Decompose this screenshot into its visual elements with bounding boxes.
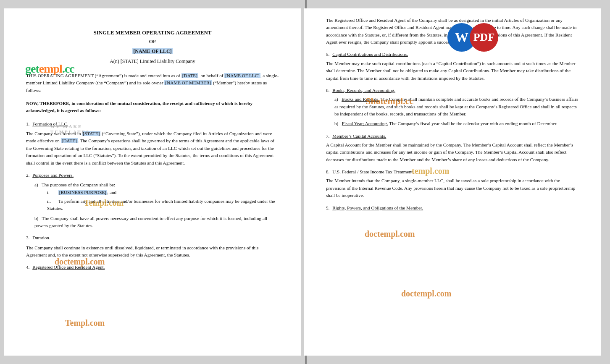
- section-1: 1. Formation of LLC. The Company was for…: [26, 120, 279, 167]
- section-2: 2. Purposes and Powers. a) The purposes …: [26, 172, 279, 230]
- date-highlight: [DATE]: [181, 73, 198, 78]
- section-6a: a) Books and Records. The Company shall …: [334, 96, 579, 118]
- section-8-heading: 8. U.S. Federal / State Income Tax Treat…: [326, 168, 579, 175]
- doc-title: SINGLE MEMBER OPERATING AGREEMENT: [26, 29, 279, 37]
- left-page: SINGLE MEMBER OPERATING AGREEMENT OF [NA…: [4, 8, 301, 356]
- section-1-title: Formation of LLC.: [32, 121, 68, 126]
- section-6-num: 6.: [326, 88, 329, 93]
- section-9-title: Rights, Powers, and Obligations of the M…: [332, 205, 423, 210]
- llc-name2-highlight: [NAME OF LLC]: [224, 73, 260, 78]
- doc-state-line: A(n) [STATE] Limited Liability Company: [26, 58, 279, 65]
- section-8-body: The Member intends that the Company, a s…: [326, 177, 579, 199]
- purpose-i: i. [BUSINESS PURPOSE]; and: [47, 189, 279, 196]
- section-6: 6. Books, Records, and Accounting. a) Bo…: [326, 87, 579, 128]
- state-highlight1: [STATE]: [82, 131, 100, 136]
- section-2-heading: 2. Purposes and Powers.: [26, 172, 279, 179]
- therefore-text: NOW, THEREFORE, in consideration of the …: [26, 100, 279, 115]
- section-5-heading: 5. Capital Contributions and Distributio…: [326, 51, 579, 58]
- section-3: 3. Duration. The Company shall continue …: [26, 234, 279, 259]
- section-6b: b) Fiscal Year; Accounting. The Company’…: [334, 120, 579, 127]
- section-7-title: Member’s Capital Accounts.: [332, 134, 386, 139]
- section-9-num: 9.: [326, 205, 329, 210]
- section-5-body: The Member may make such capital contrib…: [326, 60, 579, 82]
- purposes-list: i. [BUSINESS PURPOSE]; and ii. To perfor…: [47, 189, 279, 212]
- section-8-num: 8.: [326, 169, 329, 174]
- doc-llc-name: [NAME OF LLC]: [26, 47, 279, 55]
- right-page: The Registered Office and Resident Agent…: [304, 8, 601, 356]
- section-4-heading: 4. Registered Office and Resident Agent.: [26, 264, 279, 271]
- intro-text: THIS OPERATING AGREEMENT (“Agreement”) i…: [26, 72, 279, 94]
- business-purpose-highlight: [BUSINESS PURPOSE]: [58, 190, 107, 195]
- section-3-num: 3.: [26, 235, 29, 240]
- section-2-num: 2.: [26, 173, 29, 178]
- section-3-title: Duration.: [32, 235, 50, 240]
- pages-container: SINGLE MEMBER OPERATING AGREEMENT OF [NA…: [0, 0, 610, 364]
- section-2a: a) The purposes of the Company shall be:…: [34, 181, 279, 212]
- pdf-badge: PDF: [470, 23, 498, 52]
- section-4: 4. Registered Office and Resident Agent.: [26, 264, 279, 271]
- member-name-highlight: [NAME OF MEMBER]: [164, 80, 212, 85]
- section-6b-label: Fiscal Year; Accounting.: [342, 121, 388, 126]
- llc-name-highlight: [NAME OF LLC]: [132, 48, 173, 54]
- section-3-body: The Company shall continue in existence …: [26, 244, 279, 259]
- section-1-heading: 1. Formation of LLC.: [26, 120, 279, 128]
- section-8-title: U.S. Federal / State Income Tax Treatmen…: [332, 169, 414, 174]
- section-9-heading: 9. Rights, Powers, and Obligations of th…: [326, 204, 579, 212]
- section-6-heading: 6. Books, Records, and Accounting.: [326, 87, 579, 94]
- section-8: 8. U.S. Federal / State Income Tax Treat…: [326, 168, 579, 199]
- section-7-heading: 7. Member’s Capital Accounts.: [326, 133, 579, 140]
- section-9: 9. Rights, Powers, and Obligations of th…: [326, 204, 579, 212]
- section-5-num: 5.: [326, 52, 329, 57]
- section-3-heading: 3. Duration.: [26, 234, 279, 241]
- section-6a-label: Books and Records.: [342, 97, 379, 102]
- section-4-num: 4.: [26, 264, 29, 270]
- section-7: 7. Member’s Capital Accounts. A Capital …: [326, 133, 579, 163]
- section-7-body: A Capital Account for the Member shall b…: [326, 141, 579, 163]
- section-1-body: The Company was formed in [STATE] (“Gove…: [26, 130, 279, 167]
- section-2b: b) The Company shall have all powers nec…: [34, 215, 279, 230]
- section-5-title: Capital Contributions and Distributions.: [332, 52, 408, 57]
- section-1-num: 1.: [26, 121, 29, 126]
- date-highlight2: [DATE]: [61, 138, 78, 143]
- purpose-ii: ii. To perform any and all activities an…: [47, 198, 279, 212]
- section-5: 5. Capital Contributions and Distributio…: [326, 51, 579, 81]
- doc-of: OF: [26, 38, 279, 46]
- section-6-title: Books, Records, and Accounting.: [332, 88, 395, 93]
- section-2-title: Purposes and Powers.: [32, 173, 74, 178]
- section-4-title: Registered Office and Resident Agent.: [32, 264, 105, 270]
- section-7-num: 7.: [326, 134, 329, 139]
